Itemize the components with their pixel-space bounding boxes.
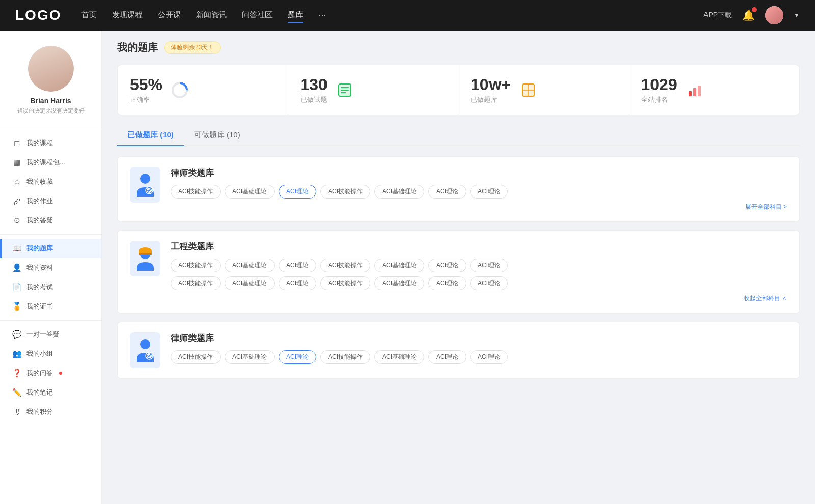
sidebar-item-my-qa[interactable]: ❓ 我的问答: [0, 363, 101, 383]
bank-card-engineering: 工程类题库 ACI技能操作 ACI基础理论 ACI理论 ACI技能操作 ACI基…: [117, 230, 800, 314]
grid-icon: [519, 81, 537, 99]
bar-chart-icon: [686, 81, 704, 99]
bank-tag[interactable]: ACI基础理论: [374, 185, 424, 199]
svg-point-14: [140, 174, 150, 184]
bank-tag[interactable]: ACI理论: [470, 350, 508, 364]
bank-tag[interactable]: ACI基础理论: [374, 259, 424, 272]
stat-site-rank: 1029 全站排名: [629, 65, 800, 115]
nav-qa[interactable]: 问答社区: [242, 8, 273, 23]
sidebar-item-points[interactable]: 🎖 我的积分: [0, 402, 101, 422]
sidebar-item-question-bank[interactable]: 📖 我的题库: [0, 239, 101, 258]
bank-tags-lawyer: ACI技能操作 ACI基础理论 ACI理论 ACI技能操作 ACI基础理论 AC…: [171, 185, 787, 199]
notification-bell[interactable]: 🔔: [742, 9, 755, 21]
bank-tag[interactable]: ACI理论: [470, 276, 508, 290]
bank-tag[interactable]: ACI理论: [279, 276, 316, 290]
bank-tag[interactable]: ACI理论: [428, 259, 466, 272]
main-nav: 首页 发现课程 公开课 新闻资讯 问答社区 题库 ···: [82, 8, 683, 23]
bank-tag[interactable]: ACI技能操作: [320, 276, 370, 290]
bank-content-engineering: 工程类题库 ACI技能操作 ACI基础理论 ACI理论 ACI技能操作 ACI基…: [171, 241, 787, 303]
sidebar-item-label: 我的收藏: [26, 177, 53, 186]
layout: Brian Harris 错误的决定比没有决定要好 ◻ 我的课程 ▦ 我的课程包…: [0, 31, 815, 504]
person-with-badge-icon-2: [134, 338, 156, 363]
stat-value-correct: 55% 正确率: [130, 75, 162, 104]
bank-tag[interactable]: ACI理论: [470, 259, 508, 272]
bank-tag[interactable]: ACI理论: [279, 259, 316, 272]
red-dot-indicator: [59, 372, 62, 375]
sidebar-item-group[interactable]: 👥 我的小组: [0, 344, 101, 363]
bank-tag[interactable]: ACI理论: [428, 350, 466, 364]
sidebar-profile: Brian Harris 错误的决定比没有决定要好: [0, 41, 101, 125]
bank-tag[interactable]: ACI基础理论: [225, 185, 275, 199]
bank-tag-active[interactable]: ACI理论: [279, 185, 316, 199]
bank-name-lawyer-2: 律师类题库: [171, 332, 787, 344]
bank-name-engineering: 工程类题库: [171, 241, 787, 253]
profile-avatar: [28, 46, 74, 92]
bank-tag[interactable]: ACI基础理论: [225, 350, 275, 364]
bank-tag[interactable]: ACI理论: [428, 185, 466, 199]
bank-name-lawyer: 律师类题库: [171, 167, 787, 179]
sidebar-item-certificate[interactable]: 🏅 我的证书: [0, 297, 101, 316]
chevron-down-icon[interactable]: ▼: [794, 12, 800, 19]
bank-tags-engineering-row2: ACI技能操作 ACI基础理论 ACI理论 ACI技能操作 ACI基础理论 AC…: [171, 276, 787, 290]
expand-link-lawyer[interactable]: 展开全部科目 >: [171, 203, 787, 211]
bank-tag[interactable]: ACI基础理论: [225, 259, 275, 272]
bank-tag[interactable]: ACI基础理论: [374, 276, 424, 290]
sidebar-item-qa[interactable]: ⊙ 我的答疑: [0, 211, 101, 230]
bank-tag[interactable]: ACI技能操作: [171, 276, 221, 290]
main-content: 我的题库 体验剩余23天！ 55% 正确率: [102, 31, 815, 504]
star-icon: ☆: [12, 177, 21, 186]
sidebar-item-label: 我的课程: [26, 138, 53, 148]
sidebar-item-label: 我的小组: [26, 349, 53, 358]
sidebar-item-exam[interactable]: 📄 我的考试: [0, 277, 101, 297]
stat-correct-rate: 55% 正确率: [118, 65, 288, 115]
person-with-badge-icon: [134, 172, 156, 198]
tab-available-banks[interactable]: 可做题库 (10): [184, 125, 251, 146]
avatar[interactable]: [765, 6, 783, 24]
sidebar-item-profile[interactable]: 👤 我的资料: [0, 258, 101, 277]
app-download-button[interactable]: APP下载: [703, 11, 732, 20]
book-icon: 📖: [12, 244, 21, 253]
nav-news[interactable]: 新闻资讯: [196, 8, 227, 23]
sidebar-item-notes[interactable]: ✏️ 我的笔记: [0, 383, 101, 402]
tab-done-banks[interactable]: 已做题库 (10): [117, 125, 184, 146]
logo: LOGO: [15, 7, 61, 23]
bank-tag[interactable]: ACI基础理论: [374, 350, 424, 364]
helmet-person-icon: [134, 246, 156, 271]
bank-tag[interactable]: ACI技能操作: [320, 350, 370, 364]
bank-card-lawyer-2: 律师类题库 ACI技能操作 ACI基础理论 ACI理论 ACI技能操作 ACI基…: [117, 322, 800, 379]
nav-more[interactable]: ···: [318, 8, 326, 23]
bank-tag[interactable]: ACI理论: [428, 276, 466, 290]
sidebar-item-label: 我的作业: [26, 197, 53, 206]
sidebar-item-favorites[interactable]: ☆ 我的收藏: [0, 172, 101, 191]
notification-badge: [752, 7, 757, 12]
bank-tag[interactable]: ACI基础理论: [225, 276, 275, 290]
bank-tag[interactable]: ACI技能操作: [171, 259, 221, 272]
header: LOGO 首页 发现课程 公开课 新闻资讯 问答社区 题库 ··· APP下载 …: [0, 0, 815, 31]
sidebar-item-label: 我的笔记: [26, 388, 53, 397]
stat-questions-done: 130 已做试题: [288, 65, 459, 115]
bank-tag[interactable]: ACI技能操作: [171, 350, 221, 364]
stat-value-banks: 10w+ 已做题库: [471, 75, 511, 104]
file-icon: 📄: [12, 283, 21, 292]
nav-home[interactable]: 首页: [82, 8, 97, 23]
sidebar-item-label: 我的资料: [26, 263, 53, 272]
sidebar: Brian Harris 错误的决定比没有决定要好 ◻ 我的课程 ▦ 我的课程包…: [0, 31, 102, 504]
bank-tag[interactable]: ACI技能操作: [171, 185, 221, 199]
sidebar-item-my-courses[interactable]: ◻ 我的课程: [0, 133, 101, 153]
collapse-link-engineering[interactable]: 收起全部科目 ∧: [171, 294, 787, 303]
bank-tag-active[interactable]: ACI理论: [279, 350, 316, 364]
sidebar-divider: [0, 129, 101, 129]
sidebar-item-homework[interactable]: 🖊 我的作业: [0, 191, 101, 211]
bank-tag[interactable]: ACI技能操作: [320, 259, 370, 272]
sidebar-item-one-on-one[interactable]: 💬 一对一答疑: [0, 325, 101, 344]
nav-discover[interactable]: 发现课程: [112, 8, 143, 23]
bank-tag[interactable]: ACI技能操作: [320, 185, 370, 199]
bar-chart-icon: ▦: [12, 158, 21, 167]
chat-icon: 💬: [12, 330, 21, 339]
sidebar-item-course-package[interactable]: ▦ 我的课程包...: [0, 153, 101, 172]
svg-rect-11: [689, 91, 692, 96]
nav-question-bank[interactable]: 题库: [288, 8, 303, 23]
nav-open-course[interactable]: 公开课: [158, 8, 181, 23]
document-icon: ◻: [12, 138, 21, 148]
bank-tag[interactable]: ACI理论: [470, 185, 508, 199]
